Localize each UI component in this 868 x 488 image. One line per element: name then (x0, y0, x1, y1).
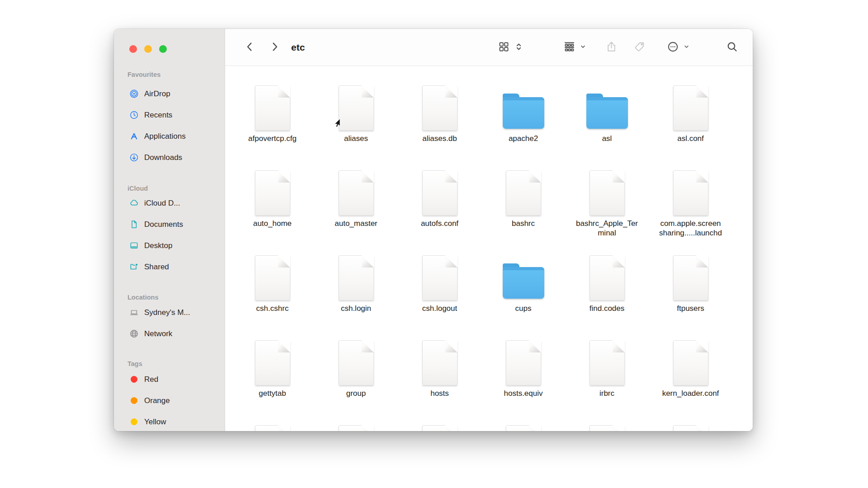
share-button[interactable] (605, 29, 618, 66)
chevron-left-icon (244, 41, 256, 54)
zoom-button[interactable] (159, 45, 167, 53)
file-csh.login[interactable]: csh.login (314, 253, 398, 313)
file-bashrc_Apple_Terminal[interactable]: bashrc_Apple_Terminal (565, 169, 649, 238)
more-circle-icon (667, 41, 679, 54)
file-partial[interactable] (649, 423, 732, 431)
document-icon (255, 255, 290, 300)
file-csh.logout[interactable]: csh.logout (398, 253, 481, 313)
sidebar-section-header: Favourites (127, 71, 220, 78)
globe-icon (128, 328, 139, 339)
sidebar-item-icloud-d[interactable]: iCloud D... (118, 192, 221, 214)
file-kern_loader.conf[interactable]: kern_loader.conf (649, 338, 732, 398)
group-button[interactable] (563, 29, 586, 66)
file-label: asl (602, 134, 612, 143)
group-by-icon (563, 41, 576, 54)
forward-button[interactable] (269, 29, 281, 66)
document-icon (339, 340, 374, 385)
file-label: bashrc_Apple_Terminal (576, 219, 638, 238)
file-label: aliases (344, 134, 368, 143)
tag-dot-icon (131, 418, 137, 425)
sidebar: Favourites AirDrop Recents Applications … (114, 29, 225, 431)
file-label: auto_master (335, 219, 377, 228)
sidebar-item-label: Red (144, 375, 158, 384)
file-gettytab[interactable]: gettytab (231, 338, 314, 398)
finder-window: Favourites AirDrop Recents Applications … (114, 29, 753, 431)
close-button[interactable] (129, 45, 137, 53)
document-icon (339, 425, 374, 431)
file-hosts[interactable]: hosts (398, 338, 481, 398)
file-label: gettytab (259, 389, 286, 398)
sidebar-item-shared[interactable]: Shared (118, 256, 221, 277)
sidebar-item-downloads[interactable]: Downloads (118, 147, 221, 168)
more-actions-button[interactable] (667, 29, 690, 66)
document-icon (422, 85, 458, 131)
sidebar-item-recents[interactable]: Recents (118, 104, 221, 126)
file-label: find.codes (590, 304, 625, 313)
file-ftpusers[interactable]: ftpusers (649, 253, 732, 313)
sidebar-item-label: Downloads (144, 153, 182, 162)
file-csh.cshrc[interactable]: csh.cshrc (231, 253, 314, 313)
back-button[interactable] (244, 29, 256, 66)
sidebar-item-label: Network (144, 329, 172, 338)
file-irbrc[interactable]: irbrc (565, 338, 649, 398)
sidebar-item-label: Orange (144, 396, 170, 405)
file-asl[interactable]: asl (565, 84, 649, 143)
sidebar-item-label: iCloud D... (144, 199, 180, 208)
sidebar-item-desktop[interactable]: Desktop (118, 235, 221, 256)
file-group[interactable]: group (314, 338, 398, 398)
tag-dot-icon-wrap (128, 374, 139, 385)
file-partial[interactable] (314, 423, 398, 431)
file-auto_master[interactable]: auto_master (314, 169, 398, 228)
file-com.apple.screensharing.....launchd[interactable]: com.apple.screensharing.....launchd (649, 169, 732, 238)
sidebar-item-label: AirDrop (144, 89, 170, 99)
file-bashrc[interactable]: bashrc (481, 169, 565, 228)
document-icon (506, 425, 541, 431)
sidebar-section-list: Sydney's M... Network (118, 302, 221, 344)
file-partial[interactable] (565, 423, 649, 431)
file-find.codes[interactable]: find.codes (565, 253, 649, 313)
file-label: autofs.conf (421, 219, 458, 228)
file-partial[interactable] (398, 423, 481, 431)
document-icon (590, 170, 625, 216)
tags-button[interactable] (633, 29, 646, 66)
document-icon (422, 170, 458, 216)
sidebar-section-header: iCloud (127, 185, 220, 192)
file-aliases[interactable]: aliases (314, 84, 398, 143)
tag-dot-icon-wrap (128, 395, 139, 406)
sidebar-item-label: Shared (144, 263, 169, 272)
minimize-button[interactable] (144, 45, 152, 53)
appstore-icon (128, 131, 139, 142)
file-cups[interactable]: cups (481, 253, 565, 313)
file-label: kern_loader.conf (662, 389, 719, 398)
file-auto_home[interactable]: auto_home (231, 169, 314, 228)
sidebar-item-red[interactable]: Red (118, 369, 221, 390)
document-icon (506, 340, 541, 385)
search-button[interactable] (726, 29, 738, 66)
file-autofs.conf[interactable]: autofs.conf (398, 169, 481, 228)
file-afpovertcp.cfg[interactable]: afpovertcp.cfg (231, 84, 314, 143)
sidebar-item-sydney-s-m[interactable]: Sydney's M... (118, 302, 221, 323)
sidebar-item-network[interactable]: Network (118, 323, 221, 344)
sidebar-item-orange[interactable]: Orange (118, 390, 221, 411)
file-asl.conf[interactable]: asl.conf (649, 84, 732, 143)
view-mode-button[interactable] (498, 29, 524, 66)
file-partial[interactable] (231, 423, 314, 431)
document-icon (506, 170, 541, 216)
sidebar-item-label: Yellow (144, 418, 166, 427)
file-partial[interactable] (481, 423, 565, 431)
chevron-down-icon (580, 43, 586, 52)
sidebar-item-documents[interactable]: Documents (118, 214, 221, 235)
folder-icon (503, 97, 544, 129)
document-icon (255, 170, 290, 216)
sidebar-section-list: AirDrop Recents Applications Downloads (118, 83, 221, 168)
sidebar-item-yellow[interactable]: Yellow (118, 411, 221, 431)
file-aliases.db[interactable]: aliases.db (398, 84, 481, 143)
sidebar-item-applications[interactable]: Applications (118, 126, 221, 147)
document-icon (339, 170, 374, 216)
sidebar-section-list: iCloud D... Documents Desktop Shared (118, 192, 221, 277)
clock-icon (128, 110, 139, 121)
file-apache2[interactable]: apache2 (481, 84, 565, 143)
file-hosts.equiv[interactable]: hosts.equiv (481, 338, 565, 398)
document-icon (673, 425, 708, 431)
sidebar-item-airdrop[interactable]: AirDrop (118, 83, 221, 104)
